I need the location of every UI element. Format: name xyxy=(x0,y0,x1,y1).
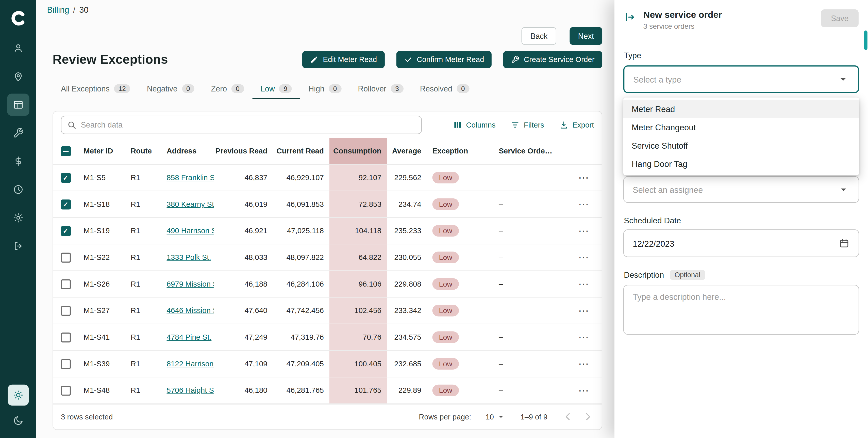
sidebar-item-logout[interactable] xyxy=(7,235,29,257)
header-consumption[interactable]: Consumption xyxy=(330,138,387,164)
type-option[interactable]: Hang Door Tag xyxy=(623,155,859,173)
address-link[interactable]: 858 Franklin St xyxy=(167,174,214,182)
type-option[interactable]: Service Shutoff xyxy=(623,137,859,155)
rows-per-page-label: Rows per page: xyxy=(419,413,471,421)
header-meter-id[interactable]: Meter ID xyxy=(78,138,125,164)
app-logo[interactable] xyxy=(7,7,29,29)
sidebar-item-payments[interactable] xyxy=(7,150,29,172)
address-link[interactable]: 1333 Polk St. xyxy=(167,253,211,262)
cell-service-order: – xyxy=(493,165,565,191)
address-link[interactable]: 5706 Haight St xyxy=(167,386,214,395)
scheduled-date-input[interactable]: 12/22/2023 xyxy=(623,229,859,257)
header-route[interactable]: Route xyxy=(125,138,161,164)
row-checkbox[interactable] xyxy=(61,226,70,236)
header-current-read[interactable]: Current Read xyxy=(273,138,329,164)
previous-page-button[interactable] xyxy=(562,411,574,423)
save-button[interactable]: Save xyxy=(821,9,859,27)
row-actions-button[interactable]: ⋯ xyxy=(578,358,589,369)
chevron-down-icon xyxy=(496,412,506,422)
address-link[interactable]: 4646 Mission S xyxy=(167,306,214,315)
search-input[interactable] xyxy=(81,120,416,129)
address-link[interactable]: 380 Kearny St. xyxy=(167,200,214,208)
scrollbar-thumb[interactable] xyxy=(864,30,867,50)
tab[interactable]: Negative 0 xyxy=(138,80,203,99)
back-button[interactable]: Back xyxy=(522,27,557,45)
rows-selected-text: 3 rows selected xyxy=(61,413,113,421)
cell-route: R1 xyxy=(125,218,161,244)
sidebar-item-service[interactable] xyxy=(7,122,29,144)
tab[interactable]: High 0 xyxy=(300,80,349,99)
header-exception[interactable]: Exception xyxy=(427,138,493,164)
header-service-order[interactable]: Service Orde… xyxy=(493,138,565,164)
address-link[interactable]: 4784 Pine St. xyxy=(167,333,212,342)
tab[interactable]: All Exceptions 12 xyxy=(53,80,138,99)
row-actions-button[interactable]: ⋯ xyxy=(578,305,589,316)
history-clock-icon xyxy=(12,184,24,195)
next-button[interactable]: Next xyxy=(570,27,602,45)
row-checkbox[interactable] xyxy=(61,305,70,316)
sidebar-item-customers[interactable] xyxy=(7,37,29,59)
confirm-meter-read-button[interactable]: Confirm Meter Read xyxy=(396,51,492,68)
row-checkbox[interactable] xyxy=(61,332,70,342)
breadcrumb-billing-link[interactable]: Billing xyxy=(47,5,69,14)
sidebar-item-billing[interactable] xyxy=(7,94,29,116)
address-link[interactable]: 490 Harrison S xyxy=(167,227,214,235)
cell-current-read: 46,929.107 xyxy=(273,165,329,191)
table-row: M1-S5 R1 858 Franklin St 46,837 46,929.1… xyxy=(53,165,601,191)
sidebar-item-locations[interactable] xyxy=(7,65,29,87)
row-actions-button[interactable]: ⋯ xyxy=(578,226,589,236)
row-checkbox[interactable] xyxy=(61,359,70,369)
type-option[interactable]: Meter Changeout xyxy=(623,118,859,137)
row-actions-button[interactable]: ⋯ xyxy=(578,172,589,183)
row-checkbox[interactable] xyxy=(61,173,70,182)
calendar-icon[interactable] xyxy=(839,238,850,249)
row-checkbox[interactable] xyxy=(61,385,70,395)
exception-badge: Low xyxy=(432,252,459,263)
header-previous-read[interactable]: Previous Read xyxy=(214,138,273,164)
sidebar-item-history[interactable] xyxy=(7,178,29,200)
table-row: M1-S18 R1 380 Kearny St. 46,019 46,091.8… xyxy=(53,191,601,218)
description-textarea[interactable] xyxy=(623,285,859,334)
select-all-checkbox[interactable] xyxy=(61,146,70,156)
tab[interactable]: Low 9 xyxy=(252,80,300,99)
edit-meter-read-button[interactable]: Edit Meter Read xyxy=(303,51,385,68)
tab[interactable]: Rollover 3 xyxy=(350,80,412,99)
columns-button[interactable]: Columns xyxy=(453,120,496,129)
type-option[interactable]: Meter Read xyxy=(623,100,859,118)
cell-average: 229.89 xyxy=(387,377,427,404)
row-checkbox[interactable] xyxy=(61,199,70,209)
rows-per-page-select[interactable]: 10 xyxy=(486,412,506,422)
address-link[interactable]: 6979 Mission S xyxy=(167,280,214,288)
row-checkbox[interactable] xyxy=(61,252,70,262)
header-address[interactable]: Address xyxy=(161,138,214,164)
optional-badge: Optional xyxy=(670,270,705,280)
tab[interactable]: Zero 0 xyxy=(203,80,252,99)
description-label: Description xyxy=(624,270,664,279)
assignee-select[interactable]: Select an assignee xyxy=(623,176,859,203)
table-header: Meter ID Route Address Previous Read Cur… xyxy=(53,138,601,165)
address-link[interactable]: 8122 Harrison S xyxy=(167,360,214,368)
light-mode-button[interactable] xyxy=(7,385,28,406)
row-actions-button[interactable]: ⋯ xyxy=(578,332,589,342)
header-average[interactable]: Average xyxy=(387,138,427,164)
chevron-down-icon xyxy=(838,183,850,196)
type-select[interactable]: Select a type xyxy=(623,65,859,93)
assignee-select-placeholder: Select an assignee xyxy=(633,185,703,194)
cell-meter-id: M1-S18 xyxy=(78,191,125,217)
logo-icon xyxy=(10,10,26,26)
row-actions-button[interactable]: ⋯ xyxy=(578,279,589,289)
create-service-order-button[interactable]: Create Service Order xyxy=(503,51,602,68)
filters-button[interactable]: Filters xyxy=(510,120,544,129)
dark-mode-button[interactable] xyxy=(7,410,28,431)
pagination-nav: Back Next xyxy=(53,27,602,45)
next-page-button[interactable] xyxy=(582,411,594,423)
row-actions-button[interactable]: ⋯ xyxy=(578,385,589,396)
row-checkbox[interactable] xyxy=(61,279,70,289)
sidebar-item-settings[interactable] xyxy=(7,207,29,229)
row-actions-button[interactable]: ⋯ xyxy=(578,199,589,209)
tab[interactable]: Resolved 0 xyxy=(412,80,478,99)
export-button[interactable]: Export xyxy=(559,120,594,129)
cell-route: R1 xyxy=(125,297,161,324)
table-row: M1-S26 R1 6979 Mission S 46,188 46,284.1… xyxy=(53,271,601,298)
row-actions-button[interactable]: ⋯ xyxy=(578,252,589,262)
